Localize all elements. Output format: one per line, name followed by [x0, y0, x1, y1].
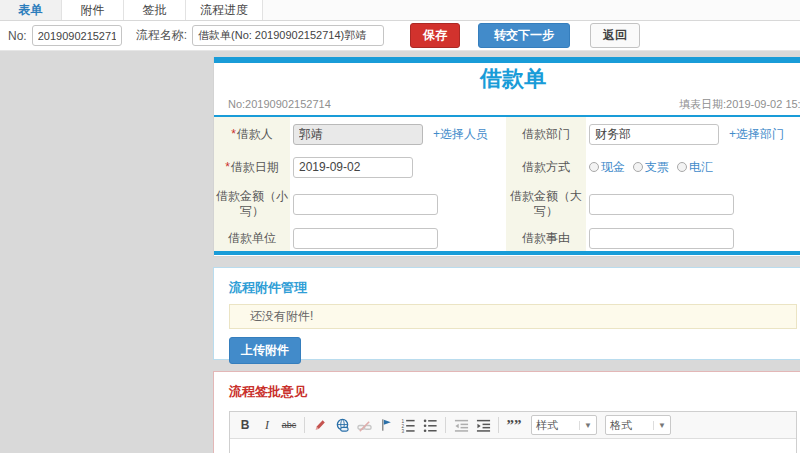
styles-dropdown[interactable]: 样式 ▼: [531, 415, 597, 435]
forward-next-step-button[interactable]: 转交下一步: [478, 23, 570, 48]
select-department-link[interactable]: +选择部门: [729, 126, 784, 143]
form-title: 借款单: [214, 63, 800, 95]
loan-form-card: 借款单 No:20190902152714 填表日期:2019-09-02 15…: [213, 57, 800, 257]
anchor-flag-icon[interactable]: [377, 416, 395, 434]
no-label: No:: [8, 29, 27, 43]
form-fill-date-text: 填表日期:2019-09-02 15:27:1: [679, 95, 800, 113]
bullet-list-icon[interactable]: [421, 416, 439, 434]
loan-date-field: [290, 151, 506, 183]
format-dropdown[interactable]: 格式 ▼: [605, 415, 671, 435]
no-attachments-message: 还没有附件!: [229, 304, 797, 329]
loan-reason-input[interactable]: [589, 228, 734, 249]
strikethrough-icon[interactable]: abc: [280, 416, 298, 434]
loan-method-field: 现金 支票 电汇: [586, 151, 800, 183]
no-input[interactable]: [32, 25, 122, 46]
department-field: +选择部门: [586, 117, 800, 151]
indent-icon[interactable]: [474, 416, 492, 434]
rich-text-editor: B I abc: [229, 411, 797, 453]
chevron-down-icon: ▼: [579, 421, 592, 430]
department-input[interactable]: [589, 124, 719, 145]
loan-method-label: 借款方式: [506, 151, 586, 183]
form-fields-grid: *借款人 +选择人员 借款部门 +选择部门 *借款日期 借款方式 现金: [214, 117, 800, 251]
borrower-input[interactable]: [293, 124, 423, 145]
chevron-down-icon: ▼: [653, 421, 666, 430]
numbered-list-icon[interactable]: 1 2 3: [399, 416, 417, 434]
radio-cash[interactable]: 现金: [589, 159, 625, 176]
tab-process-progress[interactable]: 流程进度: [186, 0, 263, 20]
amount-lowercase-input[interactable]: [293, 194, 438, 215]
flow-name-label: 流程名称:: [136, 27, 187, 44]
tab-attachments[interactable]: 附件: [62, 0, 124, 20]
form-no-text: No:20190902152714: [228, 95, 331, 113]
form-bottom-accent-bar: [214, 251, 800, 255]
upload-attachment-button[interactable]: 上传附件: [229, 337, 301, 364]
department-label: 借款部门: [506, 117, 586, 151]
amount-uppercase-label: 借款金额（大写）: [506, 183, 586, 225]
amount-lowercase-field: [290, 183, 506, 225]
amount-uppercase-input[interactable]: [589, 194, 734, 215]
link-icon[interactable]: [333, 416, 351, 434]
outdent-icon[interactable]: [452, 416, 470, 434]
view-tabbar: 表单 附件 签批 流程进度: [0, 0, 800, 21]
unlink-icon[interactable]: [355, 416, 373, 434]
approval-comments-card: 流程签批意见 B I abc: [213, 371, 800, 453]
radio-circle-icon[interactable]: [589, 162, 599, 172]
required-mark: *: [225, 160, 230, 174]
remove-format-icon[interactable]: [311, 416, 329, 434]
editor-toolbar: B I abc: [230, 412, 796, 439]
loan-reason-field: [586, 225, 800, 251]
toolbar-separator: [304, 417, 305, 433]
loan-unit-input[interactable]: [293, 228, 438, 249]
loan-reason-label: 借款事由: [506, 225, 586, 251]
radio-circle-icon[interactable]: [633, 162, 643, 172]
approval-section-title: 流程签批意见: [214, 372, 800, 411]
form-meta-row: No:20190902152714 填表日期:2019-09-02 15:27:…: [214, 95, 800, 117]
loan-unit-label: 借款单位: [214, 225, 290, 251]
blockquote-icon[interactable]: ””: [505, 416, 523, 434]
loan-unit-field: [290, 225, 506, 251]
amount-uppercase-field: [586, 183, 800, 225]
save-button[interactable]: 保存: [410, 23, 460, 48]
borrower-label: *借款人: [214, 117, 290, 151]
select-person-link[interactable]: +选择人员: [433, 126, 488, 143]
editor-content[interactable]: [230, 439, 796, 453]
italic-icon[interactable]: I: [258, 416, 276, 434]
tab-approval[interactable]: 签批: [124, 0, 186, 20]
attachment-section-title: 流程附件管理: [214, 268, 800, 304]
tab-form[interactable]: 表单: [0, 0, 62, 20]
loan-date-input[interactable]: [293, 157, 413, 178]
svg-text:3: 3: [401, 429, 404, 433]
radio-wire-transfer[interactable]: 电汇: [677, 159, 713, 176]
command-bar: No: 流程名称: 保存 转交下一步 返回: [0, 21, 800, 51]
radio-check[interactable]: 支票: [633, 159, 669, 176]
borrower-field: +选择人员: [290, 117, 506, 151]
flow-name-input[interactable]: [192, 25, 384, 46]
radio-circle-icon[interactable]: [677, 162, 687, 172]
amount-lowercase-label: 借款金额（小写）: [214, 183, 290, 225]
back-button[interactable]: 返回: [590, 23, 640, 48]
loan-method-radio-group: 现金 支票 电汇: [589, 159, 713, 176]
toolbar-separator: [498, 417, 499, 433]
attachment-management-card: 流程附件管理 还没有附件! 上传附件: [213, 267, 800, 360]
loan-date-label: *借款日期: [214, 151, 290, 183]
required-mark: *: [231, 127, 236, 141]
toolbar-separator: [445, 417, 446, 433]
bold-icon[interactable]: B: [236, 416, 254, 434]
